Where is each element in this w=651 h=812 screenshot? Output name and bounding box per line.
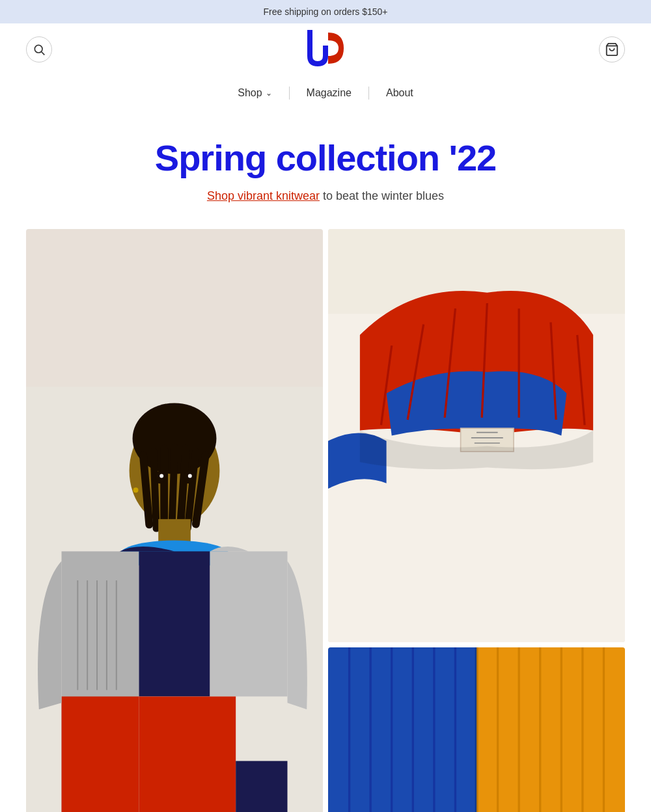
logo-container[interactable] [299,22,352,77]
header-left [26,36,52,62]
announcement-text: Free shipping on orders $150+ [263,7,387,17]
hero-title: Spring collection '22 [13,137,638,179]
search-icon [33,43,46,56]
image-cardigan-detail [328,647,625,812]
brand-logo [299,22,352,74]
header [0,23,651,75]
image-grid [0,216,651,812]
svg-point-0 [35,45,42,53]
header-right [599,36,625,62]
svg-point-17 [133,487,139,493]
nav-about[interactable]: About [376,82,424,104]
hero-link[interactable]: Shop vibrant knitwear [207,189,320,202]
image-model-sweater [26,229,323,812]
nav-divider-1 [289,87,290,100]
hero-subtitle-text: to beat the winter blues [320,189,444,202]
svg-rect-23 [210,551,288,696]
collar-detail-illustration [328,229,625,642]
main-nav: Shop ⌄ Magazine About [0,75,651,117]
nav-shop[interactable]: Shop ⌄ [227,82,282,104]
nav-divider-2 [368,87,369,100]
hero-subtitle: Shop vibrant knitwear to beat the winter… [13,189,638,203]
chevron-down-icon: ⌄ [266,88,272,98]
svg-rect-21 [62,696,139,812]
nav-magazine[interactable]: Magazine [296,82,362,104]
svg-rect-25 [236,761,287,812]
nav-about-label: About [386,87,413,99]
model-sweater-illustration [26,229,323,812]
hero-section: Spring collection '22 Shop vibrant knitw… [0,117,651,216]
cart-icon [605,42,619,57]
svg-point-16 [188,474,192,478]
search-button[interactable] [26,36,52,62]
svg-rect-44 [328,647,477,812]
svg-point-15 [159,474,163,478]
svg-line-1 [42,52,45,55]
cardigan-detail-illustration [328,647,625,812]
image-collar-detail [328,229,625,642]
svg-rect-22 [139,551,210,696]
announcement-bar: Free shipping on orders $150+ [0,0,651,23]
cart-button[interactable] [599,36,625,62]
nav-magazine-label: Magazine [307,87,352,99]
svg-rect-24 [139,696,236,812]
nav-shop-label: Shop [238,87,262,99]
